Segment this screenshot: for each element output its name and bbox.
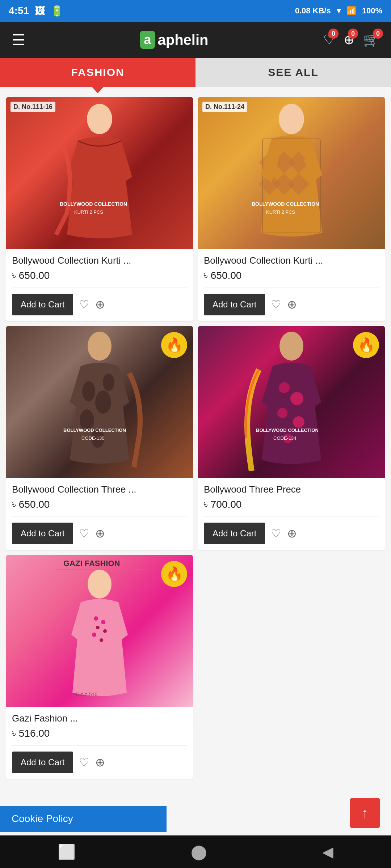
- svg-text:CODE-134: CODE-134: [273, 435, 297, 441]
- svg-text:KURTI 2 PCS: KURTI 2 PCS: [74, 209, 103, 215]
- product-price-p1: ৳ 650.00: [12, 270, 187, 282]
- signal-icon: 📶: [346, 6, 356, 16]
- product-label-tag-p2: D. No.111-24: [202, 102, 247, 112]
- svg-text:KURTI 2 PCS: KURTI 2 PCS: [266, 209, 295, 215]
- svg-point-25: [88, 570, 112, 599]
- logo-text: aphelin: [158, 32, 209, 48]
- status-bar-right: 0.08 KB/s ▾ 📶 100%: [295, 6, 382, 16]
- product-image-p1[interactable]: BOLLYWOOD COLLECTION KURTI 2 PCS D. No.1…: [6, 97, 193, 249]
- share-icon-p3[interactable]: ⊕: [95, 527, 105, 540]
- svg-point-17: [290, 392, 303, 405]
- menu-button[interactable]: ☰: [12, 31, 25, 49]
- wishlist-icon-p1[interactable]: ♡: [79, 298, 89, 311]
- cookie-banner-text: Cookie Policy: [12, 813, 73, 824]
- product-title-p4: Bollywood Three Prece: [204, 484, 379, 495]
- product-info-p3: Bollywood Collection Three ... ৳ 650.00 …: [6, 478, 193, 550]
- product-image-p5[interactable]: 🔥 GAZI FASHION D.No.516: [6, 555, 193, 707]
- product-price-p5: ৳ 516.00: [12, 728, 187, 740]
- svg-point-30: [92, 633, 96, 637]
- share-icon-p4[interactable]: ⊕: [287, 527, 297, 540]
- product-title-p3: Bollywood Collection Three ...: [12, 484, 187, 495]
- svg-point-15: [279, 332, 303, 361]
- hot-badge-p3: 🔥: [161, 332, 187, 358]
- scroll-top-icon: ↑: [361, 805, 369, 821]
- add-to-cart-p5[interactable]: Add to Cart: [12, 752, 73, 773]
- product-image-p4[interactable]: 🔥 BOLLYWOOD COLLECTION: [198, 326, 385, 478]
- svg-point-16: [279, 382, 290, 393]
- share-icon-p2[interactable]: ⊕: [287, 298, 297, 311]
- status-bar-left: 4:51 🖼 🔋: [9, 5, 63, 17]
- nav-square-icon[interactable]: ⬜: [58, 843, 76, 860]
- product-label-tag-p1: D. No.111-16: [10, 102, 55, 112]
- wishlist-icon-wrap[interactable]: ♡ 0: [323, 32, 335, 47]
- product-image-p3[interactable]: 🔥 BOLLYWOOD COLLECTION: [6, 326, 193, 478]
- product-card-p1: BOLLYWOOD COLLECTION KURTI 2 PCS D. No.1…: [6, 97, 193, 322]
- category-tabs: FASHION SEE ALL: [0, 58, 391, 87]
- svg-point-19: [293, 416, 304, 428]
- wishlist-icon-p2[interactable]: ♡: [271, 298, 281, 311]
- product-info-p2: Bollywood Collection Kurti ... ৳ 650.00 …: [198, 249, 385, 321]
- product-title-p2: Bollywood Collection Kurti ...: [204, 255, 379, 266]
- svg-point-26: [94, 616, 98, 621]
- share-icon-p5[interactable]: ⊕: [95, 756, 105, 769]
- svg-point-7: [88, 332, 112, 361]
- svg-point-27: [101, 620, 105, 624]
- hot-badge-p5: 🔥: [161, 561, 187, 587]
- tab-fashion[interactable]: FASHION: [0, 58, 196, 87]
- wifi-icon: ▾: [337, 6, 341, 16]
- product-actions-p3: Add to Cart ♡ ⊕: [12, 516, 187, 544]
- svg-text:BOLLYWOOD COLLECTION: BOLLYWOOD COLLECTION: [60, 201, 127, 207]
- svg-text:D.No.516: D.No.516: [76, 692, 97, 697]
- svg-point-31: [100, 638, 103, 642]
- cart-icon-wrap[interactable]: 🛒 0: [363, 32, 379, 47]
- svg-point-3: [279, 104, 304, 134]
- app-header: ☰ a aphelin ♡ 0 ⊕ 0 🛒 0: [0, 22, 391, 58]
- add-to-cart-p3[interactable]: Add to Cart: [12, 523, 73, 544]
- wishlist-icon-p3[interactable]: ♡: [79, 527, 89, 540]
- svg-point-18: [277, 408, 287, 418]
- svg-text:CODE-130: CODE-130: [81, 435, 105, 441]
- speed-text: 0.08 KB/s: [295, 6, 331, 16]
- product-actions-p2: Add to Cart ♡ ⊕: [204, 288, 379, 315]
- product-card-p5: 🔥 GAZI FASHION D.No.516: [6, 555, 193, 779]
- product-grid: BOLLYWOOD COLLECTION KURTI 2 PCS D. No.1…: [0, 87, 391, 785]
- tab-seeall[interactable]: SEE ALL: [196, 58, 391, 87]
- status-bar: 4:51 🖼 🔋 0.08 KB/s ▾ 📶 100%: [0, 0, 391, 22]
- battery-percent: 100%: [362, 6, 382, 16]
- product-info-p5: Gazi Fashion ... ৳ 516.00 Add to Cart ♡ …: [6, 707, 193, 779]
- nav-back-icon[interactable]: ◀: [322, 843, 333, 860]
- product-card-p4: 🔥 BOLLYWOOD COLLECTION: [198, 326, 385, 550]
- add-to-cart-p2[interactable]: Add to Cart: [204, 294, 265, 315]
- svg-text:BOLLYWOOD COLLECTION: BOLLYWOOD COLLECTION: [252, 201, 319, 207]
- bottom-nav-bar: ⬜ ⬤ ◀: [0, 835, 391, 868]
- product-price-p2: ৳ 650.00: [204, 270, 379, 282]
- hot-badge-p4: 🔥: [353, 332, 379, 358]
- add-to-cart-p4[interactable]: Add to Cart: [204, 523, 265, 544]
- time: 4:51: [9, 5, 29, 17]
- account-badge: 0: [348, 29, 358, 39]
- product-price-p4: ৳ 700.00: [204, 499, 379, 511]
- product-image-p2[interactable]: BOLLYWOOD COLLECTION KURTI 2 PCS D. No.1…: [198, 97, 385, 249]
- product-title-p1: Bollywood Collection Kurti ...: [12, 255, 187, 266]
- svg-point-8: [82, 381, 95, 401]
- add-to-cart-p1[interactable]: Add to Cart: [12, 294, 73, 315]
- svg-point-11: [103, 374, 114, 391]
- product-info-p4: Bollywood Three Prece ৳ 700.00 Add to Ca…: [198, 478, 385, 550]
- photo-icon: 🖼: [35, 5, 45, 17]
- logo-icon: a: [140, 31, 155, 49]
- wishlist-icon-p5[interactable]: ♡: [79, 756, 89, 769]
- nav-home-icon[interactable]: ⬤: [191, 843, 207, 860]
- scroll-top-button[interactable]: ↑: [350, 798, 380, 828]
- battery-icon: 🔋: [51, 5, 63, 17]
- svg-point-29: [103, 629, 107, 633]
- cookie-banner[interactable]: Cookie Policy: [0, 806, 167, 832]
- header-icons: ♡ 0 ⊕ 0 🛒 0: [323, 32, 379, 47]
- product-actions-p1: Add to Cart ♡ ⊕: [12, 288, 187, 315]
- product-actions-p4: Add to Cart ♡ ⊕: [204, 516, 379, 544]
- svg-point-0: [87, 104, 112, 134]
- wishlist-icon-p4[interactable]: ♡: [271, 527, 281, 540]
- app-logo: a aphelin: [140, 31, 208, 49]
- svg-point-28: [96, 626, 100, 629]
- share-icon-p1[interactable]: ⊕: [95, 298, 105, 311]
- account-icon-wrap[interactable]: ⊕ 0: [344, 32, 354, 47]
